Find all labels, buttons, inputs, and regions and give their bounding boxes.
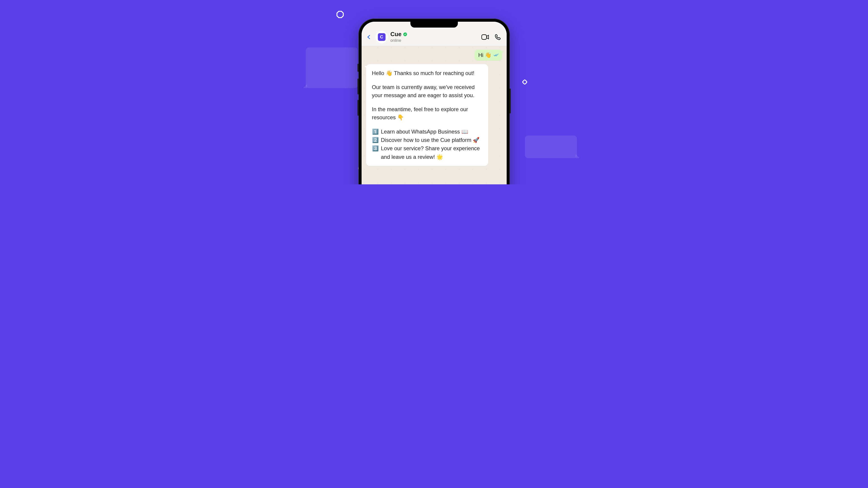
option-text: Learn about WhatsApp Business 📖 (381, 127, 482, 136)
phone-mockup: C Cue online (359, 19, 510, 184)
contact-status: online (391, 38, 479, 43)
phone-icon (494, 34, 501, 40)
outgoing-message[interactable]: Hi 👋 (474, 50, 502, 61)
avatar-letter: C (380, 34, 383, 39)
bg-chat-bubble-left (306, 47, 358, 88)
option-number: 3️⃣ (372, 144, 379, 161)
svg-rect-2 (482, 35, 486, 39)
promo-canvas: C Cue online (270, 0, 599, 184)
incoming-option-3: 3️⃣ Love our service? Share your experie… (372, 144, 482, 161)
incoming-para-2: Our team is currently away, we've receiv… (372, 83, 482, 99)
video-camera-icon (482, 34, 489, 40)
decoration-diamond-icon (521, 78, 528, 86)
incoming-options-list: 1️⃣ Learn about WhatsApp Business 📖 2️⃣ … (372, 127, 482, 161)
contact-title-block[interactable]: Cue online (391, 31, 479, 43)
avatar-badge: C (378, 33, 385, 41)
option-text: Love our service? Share your experience … (381, 144, 482, 161)
phone-volume-down (358, 100, 359, 116)
decoration-octagon-icon (337, 11, 344, 18)
incoming-option-2: 2️⃣ Discover how to use the Cue platform… (372, 136, 482, 144)
phone-volume-up (358, 78, 359, 94)
outgoing-message-text: Hi 👋 (478, 52, 492, 58)
bg-chat-bubble-right (525, 135, 577, 158)
incoming-option-1: 1️⃣ Learn about WhatsApp Business 📖 (372, 127, 482, 136)
phone-notch (410, 22, 458, 28)
phone-screen: C Cue online (362, 22, 507, 184)
read-receipt-icon (494, 53, 499, 57)
verified-badge-icon (403, 32, 407, 37)
chevron-left-icon (366, 34, 371, 40)
option-number: 1️⃣ (372, 127, 379, 136)
chat-body[interactable]: Hi 👋 Hello 👋 Thanks so much for reaching… (362, 46, 507, 184)
video-call-button[interactable] (482, 33, 489, 41)
voice-call-button[interactable] (494, 33, 502, 41)
back-button[interactable] (365, 33, 373, 41)
incoming-message[interactable]: Hello 👋 Thanks so much for reaching out!… (366, 64, 488, 166)
incoming-para-3: In the meantime, feel free to explore ou… (372, 105, 482, 122)
svg-rect-1 (522, 79, 527, 84)
contact-avatar[interactable]: C (375, 31, 388, 43)
option-number: 2️⃣ (372, 136, 379, 144)
phone-mute-switch (358, 64, 359, 72)
contact-name: Cue (391, 31, 402, 38)
incoming-para-1: Hello 👋 Thanks so much for reaching out! (372, 69, 482, 77)
svg-marker-0 (337, 11, 343, 18)
option-text: Discover how to use the Cue platform 🚀 (381, 136, 482, 144)
phone-power-button (509, 89, 511, 113)
